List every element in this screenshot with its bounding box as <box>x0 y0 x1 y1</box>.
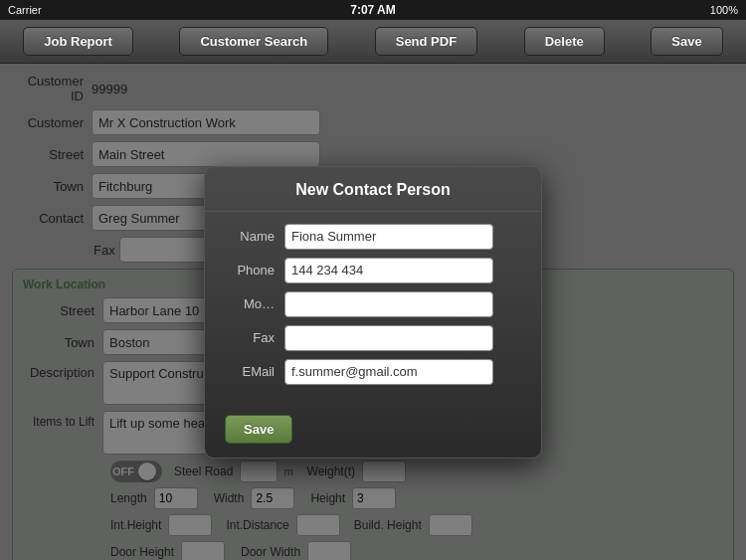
modal-fax-row: Fax <box>225 325 521 351</box>
modal-mo-label: Mo… <box>225 296 284 311</box>
delete-button[interactable]: Delete <box>524 27 605 56</box>
modal-name-input[interactable] <box>284 224 493 250</box>
modal-overlay: New Contact Person Name Phone Mo… <box>0 64 746 560</box>
status-bar: Carrier 7:07 AM 100% <box>0 0 746 20</box>
modal-name-label: Name <box>225 229 284 244</box>
main-content: Customer ID 99999 Customer Street Town C… <box>0 64 746 560</box>
modal-phone-label: Phone <box>225 263 284 278</box>
modal-email-row: EMail <box>225 359 521 385</box>
time-label: 7:07 AM <box>350 3 396 17</box>
job-report-button[interactable]: Job Report <box>23 27 133 56</box>
modal-title: New Contact Person <box>205 167 541 212</box>
modal-email-input[interactable] <box>284 359 493 385</box>
modal-phone-input[interactable] <box>284 258 493 283</box>
modal-footer: Save <box>205 405 541 458</box>
modal-name-row: Name <box>225 224 521 250</box>
battery-label: 100% <box>710 4 738 16</box>
new-contact-modal: New Contact Person Name Phone Mo… <box>204 166 542 459</box>
modal-email-label: EMail <box>225 364 284 379</box>
send-pdf-button[interactable]: Send PDF <box>375 27 477 56</box>
modal-mo-input[interactable] <box>284 291 493 317</box>
modal-phone-row: Phone <box>225 258 521 283</box>
modal-mo-row: Mo… <box>225 291 521 317</box>
customer-search-button[interactable]: Customer Search <box>179 27 328 56</box>
modal-fax-input[interactable] <box>284 325 493 351</box>
modal-fax-label: Fax <box>225 330 284 345</box>
modal-save-button[interactable]: Save <box>225 415 292 444</box>
toolbar: Job Report Customer Search Send PDF Dele… <box>0 20 746 64</box>
save-button[interactable]: Save <box>651 27 722 56</box>
carrier-label: Carrier <box>8 4 42 16</box>
modal-body: Name Phone Mo… Fax <box>205 212 541 405</box>
